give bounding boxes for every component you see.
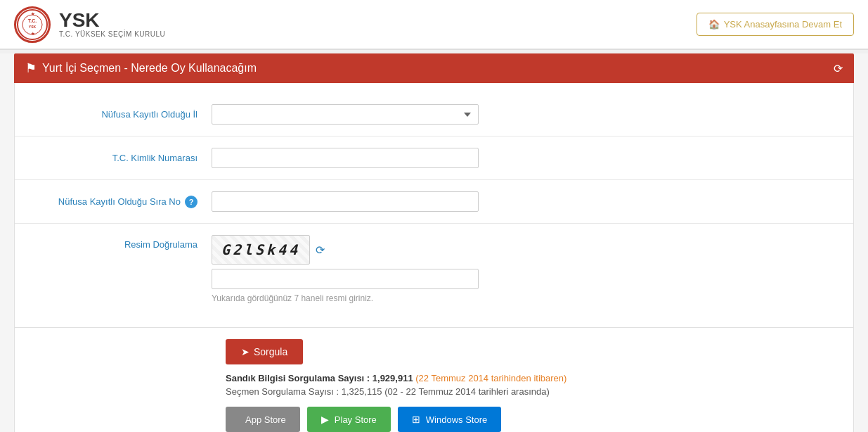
- sira-help-icon[interactable]: ?: [185, 196, 197, 208]
- captcha-label: Resim Doğrulama: [29, 235, 212, 250]
- sorgula-icon: ➤: [241, 346, 250, 357]
- captcha-content: G2lSk44 ⟳ Yukarıda gördüğünüz 7 haneli r…: [212, 235, 479, 303]
- store-buttons: App Store ▶ Play Store ⊞ Windows Store: [29, 407, 839, 432]
- main-content: ⚑ Yurt İçi Seçmen - Nerede Oy Kullanacağ…: [0, 53, 868, 432]
- kimlik-row: T.C. Kimlik Numarası: [15, 141, 853, 175]
- windows-store-button[interactable]: ⊞ Windows Store: [398, 407, 501, 432]
- flag-icon: ⚑: [25, 61, 37, 76]
- app-store-label: App Store: [245, 414, 286, 425]
- il-row: Nüfusa Kayıtlı Olduğu İl Adana Adıyaman …: [15, 97, 853, 132]
- play-store-button[interactable]: ▶ Play Store: [307, 407, 391, 432]
- stats-line2-suffix: (02 - 22 Temmuz 2014 tarihleri arasında): [382, 386, 550, 397]
- svg-text:★: ★: [31, 32, 35, 36]
- sira-input[interactable]: [212, 191, 479, 212]
- logo-area: T.C. YSK ★ ★ YSK T.C. YÜKSEK SEÇİM KURUL…: [14, 6, 165, 43]
- home-icon: 🏠: [708, 19, 720, 30]
- stats-line1-suffix: (22 Temmuz 2014 tarihinden itibaren): [413, 373, 567, 383]
- section-title-text: Yurt İçi Seçmen - Nerede Oy Kullanacağım: [42, 62, 257, 75]
- sira-row: Nüfusa Kayıtlı Olduğu Sıra No ?: [15, 184, 853, 219]
- home-button[interactable]: 🏠 YSK Anasayfasına Devam Et: [697, 13, 854, 36]
- sorgula-button[interactable]: ➤ Sorgula: [226, 339, 303, 364]
- svg-text:★: ★: [31, 12, 35, 16]
- il-select[interactable]: Adana Adıyaman Afyon Ankara Antalya İsta…: [212, 104, 479, 125]
- home-button-label: YSK Anasayfasına Devam Et: [724, 19, 842, 30]
- svg-text:YSK: YSK: [29, 25, 37, 29]
- svg-text:T.C.: T.C.: [28, 18, 37, 23]
- captcha-refresh-button[interactable]: ⟳: [316, 243, 325, 257]
- android-icon: ▶: [321, 414, 329, 425]
- captcha-row: Resim Doğrulama G2lSk44 ⟳ Yukarıda gördü…: [15, 228, 853, 310]
- stats-line2-prefix: Seçmen Sorgulama Sayısı :: [226, 386, 342, 397]
- logo-subtitle-text: T.C. YÜKSEK SEÇİM KURULU: [59, 30, 165, 38]
- stats-line1: Sandık Bilgisi Sorgulama Sayısı : 1,929,…: [226, 373, 839, 383]
- sira-label: Nüfusa Kayıtlı Olduğu Sıra No: [58, 196, 181, 207]
- windows-icon: ⊞: [412, 414, 420, 425]
- bottom-section: ➤ Sorgula Sandık Bilgisi Sorgulama Sayıs…: [14, 328, 854, 432]
- divider-3: [15, 223, 853, 224]
- windows-store-label: Windows Store: [426, 414, 487, 425]
- play-store-label: Play Store: [335, 414, 377, 425]
- stats-line2-count: 1,325,115: [342, 386, 382, 397]
- logo-text: YSK T.C. YÜKSEK SEÇİM KURULU: [59, 11, 165, 38]
- captcha-image: G2lSk44: [212, 235, 310, 265]
- captcha-input[interactable]: [212, 269, 479, 289]
- sorgula-label: Sorgula: [254, 346, 287, 357]
- captcha-image-row: G2lSk44 ⟳: [212, 235, 479, 265]
- section-title-bar: ⚑ Yurt İçi Seçmen - Nerede Oy Kullanacağ…: [14, 53, 854, 83]
- captcha-hint: Yukarıda gördüğünüz 7 haneli resmi girin…: [212, 293, 479, 303]
- section-title-left: ⚑ Yurt İçi Seçmen - Nerede Oy Kullanacağ…: [25, 61, 257, 76]
- divider-2: [15, 179, 853, 180]
- app-store-button[interactable]: App Store: [226, 407, 300, 432]
- stats-section: Sandık Bilgisi Sorgulama Sayısı : 1,929,…: [29, 373, 839, 397]
- logo-emblem: T.C. YSK ★ ★: [14, 6, 51, 43]
- logo-ysk-text: YSK: [59, 11, 165, 30]
- stats-line1-count: 1,929,911: [373, 373, 413, 383]
- form-area: Nüfusa Kayıtlı Olduğu İl Adana Adıyaman …: [14, 83, 854, 328]
- stats-line1-prefix: Sandık Bilgisi Sorgulama Sayısı :: [226, 373, 373, 383]
- il-label: Nüfusa Kayıtlı Olduğu İl: [29, 109, 212, 120]
- stats-line2: Seçmen Sorgulama Sayısı : 1,325,115 (02 …: [226, 386, 839, 397]
- refresh-icon[interactable]: ⟳: [834, 62, 843, 75]
- kimlik-label: T.C. Kimlik Numarası: [29, 153, 212, 163]
- query-row: ➤ Sorgula: [29, 339, 839, 364]
- divider-1: [15, 136, 853, 136]
- header: T.C. YSK ★ ★ YSK T.C. YÜKSEK SEÇİM KURUL…: [0, 0, 868, 49]
- kimlik-input[interactable]: [212, 148, 479, 168]
